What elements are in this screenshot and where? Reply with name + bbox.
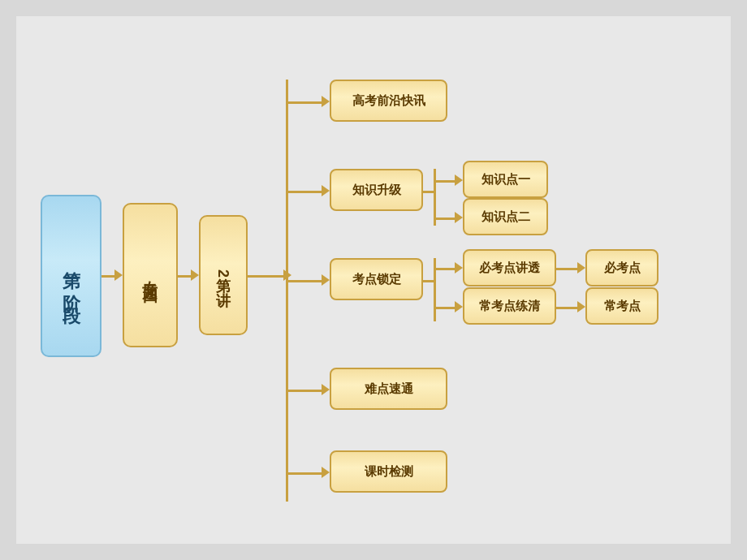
node2-box: 知识升级 <box>330 169 423 211</box>
main-vline <box>286 80 288 502</box>
node1-box: 高考前沿快讯 <box>330 80 447 122</box>
lecture-box: 第2讲 <box>199 215 248 335</box>
topic-box: 专题四 <box>123 203 178 347</box>
node3b-box: 常考点练清 <box>463 287 556 325</box>
node3a2-box: 必考点 <box>585 249 658 286</box>
node5-box: 课时检测 <box>330 450 447 493</box>
diagram: 第 一 阶 段 专题四 第2讲 高考前沿快讯 知识升级 知识点一 知识点二 <box>16 16 731 544</box>
node3-box: 考点锁定 <box>330 258 423 300</box>
node3b2-box: 常考点 <box>585 287 658 325</box>
node4-box: 难点速通 <box>330 368 447 410</box>
node2b-box: 知识点二 <box>463 198 548 235</box>
node2a-box: 知识点一 <box>463 161 548 198</box>
node3a-box: 必考点讲透 <box>463 249 556 286</box>
stage-box: 第 一 阶 段 <box>41 195 101 357</box>
